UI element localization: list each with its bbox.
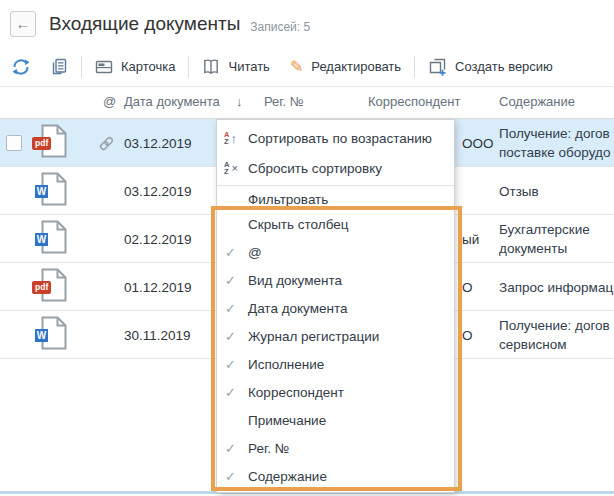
date-cell: 02.12.2019 bbox=[124, 215, 192, 263]
check-icon: ✓ bbox=[225, 329, 236, 344]
date-cell: 01.12.2019 bbox=[124, 263, 192, 311]
menu-item-toggle-reg-number[interactable]: ✓ Рег. № bbox=[217, 434, 454, 462]
menu-item-label: Сбросить сортировку bbox=[248, 161, 382, 176]
book-icon bbox=[202, 58, 220, 76]
correspondent-cell: ООО bbox=[462, 119, 494, 167]
pdf-badge: pdf bbox=[32, 281, 51, 294]
content-cell: Получение: догов сервисном bbox=[499, 311, 614, 359]
page-header: ← Входящие документы Записей: 5 bbox=[0, 0, 614, 47]
create-version-icon bbox=[428, 57, 447, 76]
menu-item-label: @ bbox=[248, 245, 262, 260]
incoming-documents-window: ← Входящие документы Записей: 5 bbox=[0, 0, 614, 496]
check-icon: ✓ bbox=[225, 441, 236, 456]
column-header-correspondent[interactable]: Корреспондент bbox=[368, 94, 460, 109]
pdf-document-icon: pdf bbox=[32, 124, 74, 162]
toolbar-separator bbox=[81, 56, 82, 78]
menu-separator bbox=[217, 185, 454, 186]
menu-item-hide-column[interactable]: Скрыть столбец bbox=[217, 210, 454, 238]
edit-button[interactable]: ✎ Редактировать bbox=[280, 52, 411, 82]
toolbar: Карточка Читать ✎ Редактировать bbox=[0, 47, 614, 87]
menu-item-filter[interactable]: Фильтровать bbox=[217, 188, 454, 210]
copy-button[interactable] bbox=[40, 52, 78, 82]
back-button[interactable]: ← bbox=[10, 11, 36, 37]
date-cell: 03.12.2019 bbox=[124, 119, 192, 167]
toolbar-separator bbox=[188, 56, 189, 78]
date-cell: 03.12.2019 bbox=[124, 167, 192, 215]
menu-item-label: Содержание bbox=[248, 469, 327, 484]
menu-item-toggle-at[interactable]: ✓ @ bbox=[217, 238, 454, 266]
sort-ascending-icon: AZ ↑ bbox=[224, 131, 237, 145]
date-cell: 30.11.2019 bbox=[124, 311, 191, 359]
column-header-date[interactable]: Дата документа bbox=[124, 94, 220, 109]
word-document-icon: W bbox=[32, 316, 74, 354]
menu-item-label: Скрыть столбец bbox=[248, 217, 349, 232]
page-title: Входящие документы bbox=[49, 13, 240, 35]
pencil-icon: ✎ bbox=[290, 57, 303, 76]
copy-icon bbox=[50, 58, 68, 76]
reset-sort-icon: AZ × bbox=[224, 161, 238, 175]
menu-item-reset-sort[interactable]: AZ × Сбросить сортировку bbox=[217, 153, 454, 183]
menu-item-sort-ascending[interactable]: AZ ↑ Сортировать по возрастанию bbox=[217, 123, 454, 153]
refresh-button[interactable] bbox=[2, 52, 40, 82]
pdf-badge: pdf bbox=[32, 137, 51, 150]
back-arrow-icon: ← bbox=[16, 15, 31, 32]
check-icon: ✓ bbox=[225, 245, 236, 260]
word-badge: W bbox=[35, 185, 48, 198]
correspondent-cell: О bbox=[462, 263, 473, 311]
sort-descending-icon[interactable]: ↓ bbox=[236, 94, 243, 109]
card-button[interactable]: Карточка bbox=[85, 52, 185, 82]
column-header-reg[interactable]: Рег. № bbox=[264, 94, 304, 109]
menu-item-toggle-doc-type[interactable]: ✓ Вид документа bbox=[217, 266, 454, 294]
records-count: Записей: 5 bbox=[250, 20, 310, 34]
content-cell: Запрос информац bbox=[499, 263, 614, 311]
card-label: Карточка bbox=[121, 59, 175, 74]
menu-item-label: Корреспондент bbox=[248, 385, 344, 400]
create-version-label: Создать версию bbox=[455, 59, 553, 74]
pdf-document-icon: pdf bbox=[32, 268, 74, 306]
read-label: Читать bbox=[228, 59, 269, 74]
link-icon bbox=[98, 135, 115, 152]
word-document-icon: W bbox=[32, 220, 74, 258]
word-badge: W bbox=[35, 233, 48, 246]
content-cell: Отзыв bbox=[499, 167, 614, 215]
check-icon: ✓ bbox=[225, 357, 236, 372]
content-cell: Бухгалтерские документы bbox=[499, 215, 614, 263]
content-cell: Получение: догов поставке оборудо bbox=[499, 119, 614, 167]
toolbar-separator bbox=[414, 56, 415, 78]
menu-item-label: Журнал регистрации bbox=[248, 329, 379, 344]
check-icon: ✓ bbox=[225, 385, 236, 400]
menu-item-label: Сортировать по возрастанию bbox=[248, 131, 432, 146]
menu-item-toggle-correspondent[interactable]: ✓ Корреспондент bbox=[217, 378, 454, 406]
menu-item-toggle-execution[interactable]: ✓ Исполнение bbox=[217, 350, 454, 378]
check-icon: ✓ bbox=[225, 273, 236, 288]
correspondent-cell: О bbox=[462, 311, 473, 359]
word-document-icon: W bbox=[32, 172, 74, 210]
column-context-menu: AZ ↑ Сортировать по возрастанию AZ × Сбр… bbox=[216, 119, 455, 493]
menu-item-label: Исполнение bbox=[248, 357, 324, 372]
menu-item-toggle-doc-date[interactable]: ✓ Дата документа bbox=[217, 294, 454, 322]
column-header-content[interactable]: Содержание bbox=[499, 94, 575, 109]
correspondent-cell: ый bbox=[462, 215, 479, 263]
menu-item-label: Дата документа bbox=[248, 301, 347, 316]
read-button[interactable]: Читать bbox=[192, 52, 279, 82]
edit-label: Редактировать bbox=[311, 59, 401, 74]
check-icon: ✓ bbox=[225, 469, 236, 484]
check-icon: ✓ bbox=[225, 301, 236, 316]
menu-item-label: Фильтровать bbox=[248, 192, 328, 207]
menu-item-toggle-content[interactable]: ✓ Содержание bbox=[217, 462, 454, 490]
menu-item-label: Вид документа bbox=[248, 273, 342, 288]
menu-item-toggle-note[interactable]: Примечание bbox=[217, 406, 454, 434]
column-header-at[interactable]: @ bbox=[103, 94, 116, 109]
row-checkbox[interactable] bbox=[6, 135, 22, 151]
word-badge: W bbox=[35, 329, 48, 342]
menu-item-toggle-journal[interactable]: ✓ Журнал регистрации bbox=[217, 322, 454, 350]
card-icon bbox=[95, 58, 113, 76]
menu-item-label: Рег. № bbox=[248, 441, 289, 456]
create-version-button[interactable]: Создать версию bbox=[418, 52, 563, 82]
table-header: @ Дата документа ↓ Рег. № Корреспондент … bbox=[0, 87, 614, 119]
menu-item-label: Примечание bbox=[248, 413, 326, 428]
refresh-icon bbox=[12, 58, 30, 76]
